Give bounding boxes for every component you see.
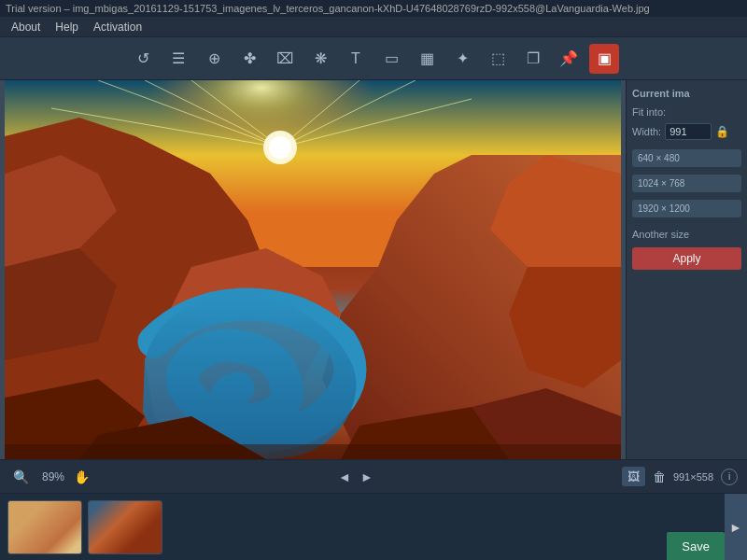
svg-point-10 <box>263 131 297 164</box>
filmstrip: Save ► <box>0 493 747 560</box>
chevron-right-icon: ► <box>729 520 742 535</box>
svg-line-3 <box>191 80 280 147</box>
selection-icon[interactable]: ❋ <box>305 44 335 74</box>
nav-prev-button[interactable]: ◄ <box>338 469 351 484</box>
svg-line-7 <box>280 80 359 147</box>
panel-title: Current ima <box>632 88 741 99</box>
menu-help[interactable]: Help <box>48 19 86 35</box>
toolbar: ↺ ☰ ⊕ ✤ ⌧ ❋ T ▭ ▦ ✦ ⬚ ❐ 📌 ▣ <box>0 37 747 80</box>
main-area: Current ima Fit into: Width: 🔒 640 × 480… <box>0 80 747 459</box>
title-bar: Trial version – img_mbigas_20161129-1517… <box>0 0 747 17</box>
zoom-label: 89% <box>42 470 64 483</box>
image-view-icon[interactable]: 🖼 <box>622 467 645 486</box>
svg-point-1 <box>93 80 467 241</box>
preset-1024-button[interactable]: 1024 × 768 <box>632 175 741 192</box>
enhance-icon[interactable]: ☰ <box>163 44 193 74</box>
hand-icon[interactable]: ✋ <box>74 469 90 484</box>
filmstrip-thumb-2[interactable] <box>88 500 162 554</box>
svg-line-2 <box>145 80 280 147</box>
width-input[interactable] <box>665 123 712 140</box>
search-zoom-icon[interactable]: ⊕ <box>199 44 229 74</box>
text-icon[interactable]: T <box>341 44 371 74</box>
pin-icon[interactable]: 📌 <box>554 44 584 74</box>
right-panel: Current ima Fit into: Width: 🔒 640 × 480… <box>626 80 747 459</box>
menu-activation[interactable]: Activation <box>86 19 149 35</box>
menu-about[interactable]: About <box>4 19 48 35</box>
filmstrip-thumb-1[interactable] <box>7 500 82 554</box>
svg-rect-0 <box>5 80 621 267</box>
crop-icon[interactable]: ⌧ <box>270 44 300 74</box>
status-bar: 🔍 89% ✋ ◄ ► 🖼 🗑 991×558 i <box>0 459 747 493</box>
copy-icon[interactable]: ❐ <box>518 44 548 74</box>
preset-1920-button[interactable]: 1920 × 1200 <box>632 200 741 217</box>
menu-bar: About Help Activation <box>0 17 747 37</box>
nav-next-button[interactable]: ► <box>360 469 374 484</box>
preset-640-button[interactable]: 640 × 480 <box>632 149 741 167</box>
apply-button[interactable]: Apply <box>632 247 741 270</box>
svg-line-5 <box>98 80 280 147</box>
lock-icon: 🔒 <box>715 125 729 138</box>
width-label: Width: <box>632 126 661 137</box>
save-button[interactable]: Save <box>667 532 725 560</box>
dashed-rect-icon[interactable]: ⬚ <box>483 44 513 74</box>
title-text: Trial version – img_mbigas_20161129-1517… <box>6 3 650 14</box>
rect-icon[interactable]: ▭ <box>376 44 406 74</box>
pattern-icon[interactable]: ▦ <box>412 44 442 74</box>
dimensions-label: 991×558 <box>673 471 713 483</box>
brush-icon[interactable]: ✦ <box>447 44 477 74</box>
canvas-image <box>5 80 621 459</box>
rotate-icon[interactable]: ↺ <box>128 44 158 74</box>
filmstrip-nav-right-button[interactable]: ► <box>725 494 747 560</box>
svg-line-6 <box>280 80 416 147</box>
transform-icon[interactable]: ✤ <box>234 44 264 74</box>
info-icon[interactable]: i <box>721 469 738 485</box>
frame-icon[interactable]: ▣ <box>589 44 619 74</box>
another-size-label: Another size <box>632 229 741 240</box>
svg-line-8 <box>280 99 472 147</box>
svg-rect-9 <box>5 444 621 459</box>
svg-point-11 <box>269 136 291 159</box>
delete-icon[interactable]: 🗑 <box>653 469 666 484</box>
svg-line-4 <box>51 108 280 147</box>
fit-into-label: Fit into: <box>632 106 741 118</box>
zoom-out-icon[interactable]: 🔍 <box>9 468 33 486</box>
canvas-area <box>0 80 626 459</box>
